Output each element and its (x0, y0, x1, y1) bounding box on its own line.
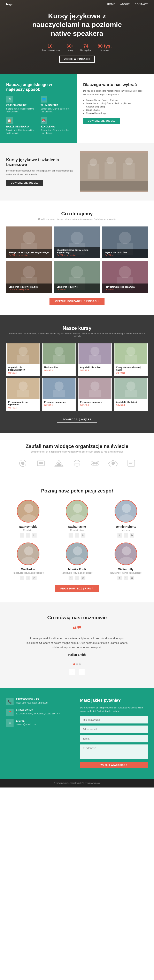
team-role-1: Republica (6, 529, 50, 531)
nav-logo[interactable]: logo (6, 2, 14, 6)
social-tw-2[interactable]: t (75, 533, 79, 538)
contact-name-input[interactable] (80, 716, 148, 724)
team-socials-3: f t in (104, 533, 148, 538)
svg-point-42 (55, 382, 64, 391)
kurs-img-6 (42, 378, 76, 399)
kurs-info-3: Angielski dla kobiet Od 550 zł (78, 364, 112, 374)
kurs-info-6: Prywatne mini-grupy Od 580 zł (42, 399, 76, 409)
team-socials-6: f t in (104, 576, 148, 580)
testimonial-title: Co mówią nasi uczniowie (6, 615, 148, 620)
social-tw-3[interactable]: t (124, 533, 128, 538)
social-in-5[interactable]: in (81, 576, 85, 580)
dot-2[interactable] (76, 663, 78, 665)
kurs-svg-5 (6, 378, 40, 399)
oferta-card-3[interactable]: Zajęcia dla osób 30+ Od 550 zł (102, 226, 148, 258)
biznes-cta-button[interactable]: DOWIEDZ SIĘ WIĘCEJ (6, 180, 43, 186)
oferta-card-5[interactable]: Szkolenia językowe Od 550 zł (54, 261, 100, 293)
contact-form: Masz jakieś pytania? Dum pole dolor sit … (80, 698, 148, 768)
svg-point-6 (125, 158, 133, 165)
kurs-card-8[interactable]: Angielski dla dzieci Od 450 zł (114, 378, 148, 411)
social-tw-5[interactable]: t (75, 576, 79, 580)
oferta-card-2[interactable]: Długoterminowe kursy języka angielskiego… (54, 226, 100, 258)
social-in-2[interactable]: in (81, 533, 85, 538)
kurs-title-4: Kursy do samodzielnej nauki (116, 366, 146, 371)
trust-logo-5 (89, 459, 101, 467)
social-tw-6[interactable]: t (124, 576, 128, 580)
svg-point-30 (55, 347, 64, 356)
nav-contact[interactable]: CONTACT (135, 3, 148, 6)
team-cta-button[interactable]: PNOS DOWIEDZ | FIRMA (55, 585, 99, 592)
kurs-card-1[interactable]: Angielski dla początkujących Od 600 zł (6, 344, 40, 376)
kurs-card-2[interactable]: Nauka online Od 490 zł (42, 344, 76, 376)
stat-1-label: Lata doświadczenia (42, 49, 60, 51)
biznes-image-inner (80, 151, 148, 192)
social-in-1[interactable]: in (32, 533, 36, 538)
svg-point-21 (71, 266, 83, 278)
oferta-card-6[interactable]: Przygotowanie do egzaminu Od 600 zł (102, 261, 148, 293)
svg-rect-40 (17, 390, 29, 397)
social-tw-4[interactable]: t (26, 576, 30, 580)
avatar-img-5 (66, 543, 88, 565)
biznes-image (80, 151, 148, 192)
social-fb-5[interactable]: f (69, 576, 73, 580)
testimonial-prev-button[interactable]: ‹ (69, 669, 75, 675)
social-in-3[interactable]: in (130, 533, 134, 538)
kurs-card-5[interactable]: Przygotowanie do egzaminu Od 700 zł (6, 378, 40, 411)
stat-3: 74 Nauczyciele (80, 43, 91, 51)
contact-message-input[interactable] (80, 745, 148, 759)
hero-cta-button[interactable]: Zijcie w Finsach (59, 56, 95, 63)
kursy-cta-button[interactable]: DOWIEDZ SIĘ WIĘCEJ (57, 416, 97, 423)
contact-email-input[interactable] (80, 725, 148, 733)
why-section: Nauczaj angielskiego w najlepszy sposób … (0, 74, 154, 143)
social-in-4[interactable]: in (32, 576, 36, 580)
contact-submit-button[interactable]: WYŚLIJ WIADOMOŚĆ (80, 762, 148, 768)
trust-logo-1 (17, 459, 29, 467)
biznes-svg (80, 151, 148, 192)
svg-point-68 (24, 504, 33, 513)
svg-point-45 (91, 382, 100, 391)
team-member-5: Monika Pouli Nauczyciel języka angielski… (55, 542, 99, 580)
kurs-title-7: Przywraca pasję gry (80, 401, 110, 403)
contact-phone-value: (702) 380-7801 (702) 888-0000 (16, 701, 48, 705)
nauczaj-item-2-text: Sample text. Click to select the Text El… (41, 107, 71, 113)
social-tw-1[interactable]: t (26, 533, 30, 538)
list-item-4: Cing | Chanie (86, 109, 148, 111)
stat-2-label: Kursy (66, 49, 74, 51)
dot-1[interactable] (73, 663, 75, 665)
oferta-card-1[interactable]: Elastyczne kursy języka angielskiego Od … (6, 226, 52, 258)
social-fb-6[interactable]: f (118, 576, 122, 580)
dlaczego-cta-button[interactable]: DOWIEDZ SIĘ WIĘCEJ (83, 118, 120, 124)
svg-point-18 (23, 266, 35, 278)
nav-home[interactable]: HOME (107, 3, 115, 6)
kurs-card-7[interactable]: Przywraca pasję gry Od 520 zł (78, 378, 112, 411)
oferty-cta-button[interactable]: Ofenuj porzadek z Finsach (49, 298, 105, 305)
trust-logo-7 (125, 459, 137, 467)
testimonial-next-button[interactable]: › (79, 669, 85, 675)
contact-address-text: LOKALIZACJA 311 Rock Street, 27 Avenue, … (16, 709, 60, 716)
kurs-card-6[interactable]: Prywatne mini-grupy Od 580 zł (42, 378, 76, 411)
contact-subject-input[interactable] (80, 735, 148, 742)
nav-about[interactable]: ABOUT (120, 3, 130, 6)
kurs-card-4[interactable]: Kursy do samodzielnej nauki Od 400 zł (114, 344, 148, 376)
team-name-1: Nat Reynolds (6, 525, 50, 528)
nauczaj-grid: 🖥 ZAJĘCIA ONLINE Sample text. Click to s… (6, 96, 71, 135)
biznes-title: Kursy językowe i szkolenia biznesowe (6, 158, 74, 167)
social-in-6[interactable]: in (130, 576, 134, 580)
testimonial-section: Co mówią nasi uczniowie ❝❞ Lorem ipsum d… (0, 602, 154, 688)
kurs-card-3[interactable]: Angielski dla kobiet Od 550 zł (78, 344, 112, 376)
dot-3[interactable] (79, 663, 81, 665)
social-fb-2[interactable]: f (69, 533, 73, 538)
trust-subtitle: Zcu pole dolor sit in reprehenderit in v… (6, 450, 148, 453)
social-fb-1[interactable]: f (20, 533, 24, 538)
seminar-icon: 📋 (6, 117, 13, 124)
kursy-title: Nasze kursy (6, 325, 148, 331)
team-avatar-1 (17, 500, 39, 523)
svg-point-4 (106, 157, 114, 164)
trust-title: Zaufali nam wiodące organizacje na świec… (6, 444, 148, 449)
oferta-card-4[interactable]: Szkolenia językowe dla firm Od 800 zł mi… (6, 261, 52, 293)
social-fb-4[interactable]: f (20, 576, 24, 580)
svg-point-71 (73, 504, 82, 513)
social-fb-3[interactable]: f (118, 533, 122, 538)
team-name-3: Jennie Roberts (104, 525, 148, 528)
oferta-price-1: Od 600 zł na miesiąc (9, 254, 49, 256)
